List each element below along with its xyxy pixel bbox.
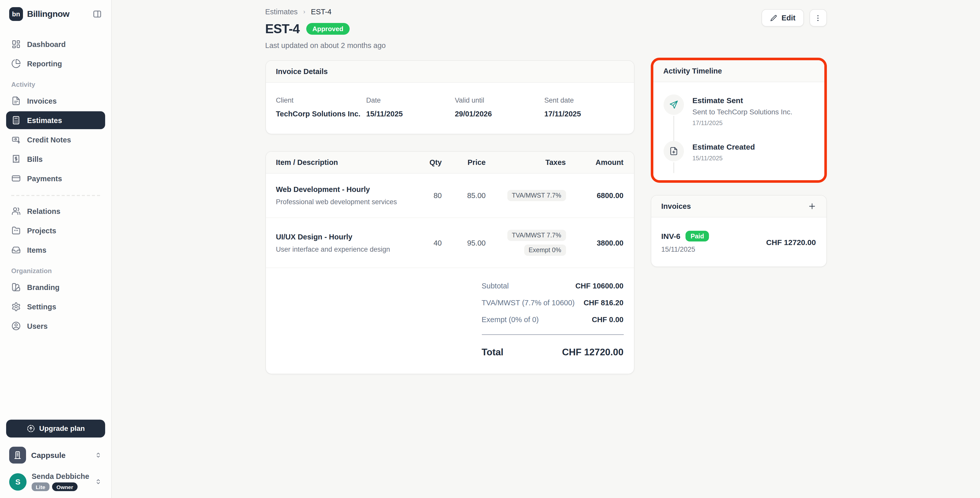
- detail-field-date: Date 15/11/2025: [366, 97, 455, 118]
- grand-total-value: CHF 12720.00: [562, 347, 624, 358]
- sidebar-item-label: Projects: [27, 226, 56, 235]
- line-items-card: Item / Description Qty Price Taxes Amoun…: [265, 151, 634, 374]
- send-icon: [669, 100, 678, 109]
- sidebar-item-branding[interactable]: Branding: [6, 278, 105, 296]
- add-invoice-button[interactable]: [808, 202, 816, 210]
- field-value: TechCorp Solutions Inc.: [276, 110, 366, 118]
- exempt-row: Exempt (0% of 0) CHF 0.00: [482, 315, 624, 324]
- invoice-details-card: Invoice Details Client TechCorp Solution…: [265, 60, 634, 134]
- kebab-menu-icon: [814, 14, 822, 22]
- app-name: Billingnow: [27, 9, 69, 19]
- panel-collapse-icon: [92, 9, 102, 19]
- more-actions-button[interactable]: [809, 9, 827, 27]
- logo-row: bn Billingnow: [6, 7, 105, 21]
- invoices-panel: Invoices INV-6 Paid 15/11/: [651, 195, 827, 267]
- left-column: Invoice Details Client TechCorp Solution…: [265, 60, 634, 374]
- building-icon: [13, 450, 22, 460]
- sidebar-item-dashboard[interactable]: Dashboard: [6, 35, 105, 53]
- pencil-icon: [770, 14, 777, 22]
- sidebar-collapse-button[interactable]: [92, 9, 102, 19]
- sidebar-item-invoices[interactable]: Invoices: [6, 92, 105, 110]
- users-icon: [11, 206, 21, 216]
- logo-monogram: bn: [12, 10, 20, 18]
- timeline-event-title: Estimate Created: [692, 141, 755, 151]
- workspace-avatar: [9, 446, 26, 463]
- detail-field-client: Client TechCorp Solutions Inc.: [276, 97, 366, 118]
- sidebar-item-label: Branding: [27, 283, 59, 291]
- invoice-amount: CHF 12720.00: [766, 238, 816, 246]
- page-container: Estimates › EST-4 EST-4 Approved Last up…: [265, 8, 827, 374]
- chevrons-up-down-icon: [94, 478, 102, 486]
- grand-total-row: Total CHF 12720.00: [482, 347, 624, 358]
- sidebar: bn Billingnow Dashboard Reporting Activi…: [0, 0, 112, 498]
- activity-timeline-header: Activity Timeline: [653, 60, 824, 82]
- sidebar-item-reporting[interactable]: Reporting: [6, 55, 105, 73]
- card-title: Invoice Details: [276, 67, 328, 76]
- user-name: Senda Debbiche: [32, 473, 89, 480]
- totals-divider: [482, 334, 624, 335]
- sidebar-section-organization: Organization: [6, 260, 105, 278]
- field-label: Valid until: [455, 97, 544, 104]
- upgrade-plan-button[interactable]: Upgrade plan: [6, 419, 105, 437]
- edit-button-label: Edit: [781, 14, 795, 22]
- price-cell: 95.00: [442, 239, 486, 247]
- title-row: EST-4 Approved: [265, 21, 827, 36]
- timeline-event-date: 17/11/2025: [692, 119, 792, 127]
- detail-field-sent-date: Sent date 17/11/2025: [544, 97, 624, 118]
- sidebar-item-label: Items: [27, 246, 46, 254]
- timeline-event-date: 15/11/2025: [692, 155, 755, 162]
- invoice-info: INV-6 Paid 15/11/2025: [661, 231, 709, 253]
- workspace-switcher[interactable]: Cappsule: [6, 442, 105, 463]
- item-cell: Web Development - Hourly Professional we…: [276, 185, 411, 206]
- taxes-cell: TVA/MWST 7.7% Exempt 0%: [486, 230, 566, 256]
- item-description: Professional web development services: [276, 198, 411, 206]
- header-actions: Edit: [762, 9, 827, 27]
- sidebar-divider: [11, 195, 100, 196]
- sidebar-item-users[interactable]: Users: [6, 317, 105, 335]
- invoice-list-item[interactable]: INV-6 Paid 15/11/2025 CHF 12720.00: [651, 218, 826, 266]
- activity-timeline-card: Activity Timeline Estimate Sent Se: [653, 60, 824, 180]
- edit-button[interactable]: Edit: [762, 9, 803, 27]
- total-label: Exempt (0% of 0): [482, 315, 539, 324]
- main-area: Estimates › EST-4 EST-4 Approved Last up…: [112, 0, 980, 498]
- breadcrumb-estimates-link[interactable]: Estimates: [265, 8, 298, 16]
- taxes-cell: TVA/MWST 7.7%: [486, 190, 566, 201]
- sidebar-item-relations[interactable]: Relations: [6, 202, 105, 220]
- tax-row: TVA/MWST (7.7% of 10600) CHF 816.20: [482, 299, 624, 307]
- user-circle-icon: [11, 321, 21, 331]
- timeline-event-sent: Estimate Sent Sent to TechCorp Solutions…: [663, 94, 814, 141]
- calculator-icon: [11, 115, 21, 125]
- sidebar-item-label: Settings: [27, 302, 56, 311]
- sidebar-item-label: Estimates: [27, 116, 62, 124]
- sidebar-item-settings[interactable]: Settings: [6, 298, 105, 315]
- sidebar-item-estimates[interactable]: Estimates: [6, 111, 105, 129]
- invoice-number-link[interactable]: INV-6: [661, 232, 680, 240]
- credit-note-icon: [11, 135, 21, 145]
- sidebar-item-label: Relations: [27, 207, 60, 215]
- swatch-book-icon: [11, 282, 21, 292]
- item-description: User interface and experience design: [276, 245, 411, 253]
- qty-cell: 40: [411, 239, 442, 247]
- sidebar-nav: Dashboard Reporting Activity Invoices Es…: [6, 35, 105, 336]
- item-name: Web Development - Hourly: [276, 185, 411, 194]
- card-title: Activity Timeline: [663, 67, 722, 75]
- user-menu[interactable]: S Senda Debbiche Lite Owner: [6, 468, 105, 491]
- sidebar-item-bills[interactable]: Bills: [6, 150, 105, 168]
- credit-card-icon: [11, 173, 21, 183]
- file-text-icon: [11, 96, 21, 106]
- invoice-details-header: Invoice Details: [266, 61, 634, 83]
- col-header-qty: Qty: [411, 158, 442, 166]
- gear-icon: [11, 302, 21, 312]
- sidebar-item-projects[interactable]: Projects: [6, 221, 105, 239]
- sidebar-item-credit-notes[interactable]: Credit Notes: [6, 131, 105, 148]
- app-logo: bn: [9, 7, 23, 21]
- tax-badge: Exempt 0%: [524, 245, 566, 256]
- workspace-name: Cappsule: [31, 450, 65, 459]
- user-info: Senda Debbiche Lite Owner: [32, 473, 89, 491]
- sidebar-item-label: Bills: [27, 155, 43, 163]
- sidebar-item-payments[interactable]: Payments: [6, 170, 105, 187]
- invoice-details-body: Client TechCorp Solutions Inc. Date 15/1…: [266, 83, 634, 134]
- page-title: EST-4: [265, 21, 300, 36]
- sidebar-section-activity: Activity: [6, 74, 105, 92]
- sidebar-item-items[interactable]: Items: [6, 241, 105, 259]
